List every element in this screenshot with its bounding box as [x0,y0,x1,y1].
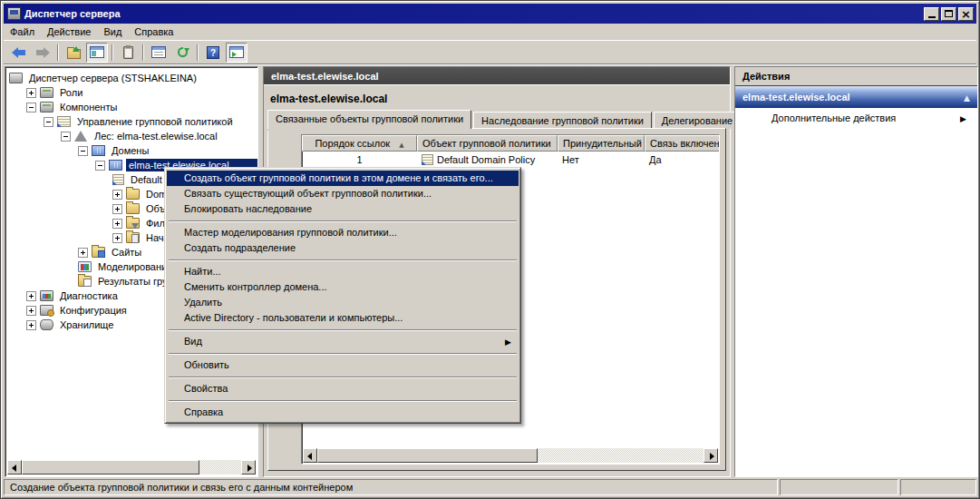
expand-icon[interactable] [112,204,122,214]
scroll-right-button[interactable] [703,448,718,463]
help-button[interactable] [202,43,224,63]
folder-starter-icon [126,232,140,243]
maximize-button[interactable] [941,7,956,21]
table-cell: Default Domain Policy [417,154,558,165]
titlebar[interactable]: Диспетчер сервера [4,4,976,24]
expand-icon[interactable] [26,320,36,330]
features-icon [40,102,53,113]
close-button[interactable] [958,7,974,21]
table-cell-text: Нет [562,154,579,165]
refresh-button[interactable] [171,43,193,63]
tree-item-2[interactable]: Компоненты [5,100,257,114]
table-horizontal-scrollbar[interactable] [303,448,718,463]
collapse-icon[interactable] [964,92,970,103]
collapse-icon[interactable] [95,161,105,171]
expand-icon[interactable] [112,190,122,200]
expand-icon[interactable] [26,291,36,301]
column-header-2[interactable]: Принудительный [558,135,645,152]
context-menu-item-2[interactable]: Блокировать наследование [167,201,519,217]
tree-item-label: Управление групповой политикой [74,115,236,128]
tree-item-4[interactable]: Лес: elma-test.elewise.local [5,129,257,143]
column-header-0[interactable]: Порядок ссылок [302,135,417,152]
context-menu-item-18[interactable]: Справка [167,405,519,420]
expand-icon[interactable] [112,219,122,229]
scroll-thumb[interactable] [317,448,538,463]
context-menu-item-8[interactable]: Сменить контроллер домена... [167,279,519,295]
minimize-icon [928,16,936,18]
tree-item-label: Диспетчер сервера (STSHAKLEINA) [26,72,199,84]
toolbar-separator [112,44,113,61]
menu-separator [167,373,519,381]
tree-item-label: Компоненты [57,101,120,113]
action-more-actions[interactable]: Дополнительные действия [735,108,977,128]
actions-group-header[interactable]: elma-test.elewise.local [735,86,977,108]
menu-separator [167,217,519,225]
scroll-track[interactable] [317,448,703,463]
context-menu-item-0[interactable]: Создать объект групповой политики в этом… [167,171,519,186]
menu-separator [167,256,519,264]
export-list-button[interactable] [148,43,170,63]
menubar-item-3[interactable]: Справка [128,24,180,39]
content-header: elma-test.elewise.local [264,67,730,85]
expand-icon[interactable] [112,233,122,243]
context-menu-item-9[interactable]: Удалить [167,295,519,310]
folder-icon [126,189,140,200]
show-action-pane-button[interactable] [226,43,247,63]
column-header-3[interactable]: Связь включена [645,135,720,152]
toolbar-separator [197,44,199,61]
clipboard-button[interactable] [117,43,139,63]
forward-arrow-button[interactable] [32,43,53,63]
context-menu-item-5[interactable]: Создать подразделение [167,240,519,256]
collapse-icon[interactable] [26,103,36,113]
minimize-button[interactable] [924,7,939,21]
tree-item-label: Домены [109,144,151,157]
back-arrow-button[interactable] [8,43,30,63]
menubar-item-2[interactable]: Вид [97,24,128,39]
actions-panel: Действия elma-test.elewise.local Дополни… [734,66,978,477]
expand-icon[interactable] [78,248,88,258]
context-menu-item-label: Блокировать наследование [184,201,511,217]
scroll-thumb[interactable] [22,460,199,475]
tab-1[interactable]: Наследование групповой политики [473,112,652,129]
scroll-left-button[interactable] [7,460,22,475]
context-menu-item-4[interactable]: Мастер моделирования групповой политики.… [167,225,519,240]
collapse-icon[interactable] [61,132,71,142]
table-row[interactable]: 1Default Domain PolicyНетДа [302,152,719,167]
tree-item-3[interactable]: Управление групповой политикой [5,114,257,129]
context-menu-item-14[interactable]: Обновить [167,357,519,373]
tab-2[interactable]: Делегирование [654,112,741,129]
table-cell-text: 1 [356,154,362,165]
menubar-item-1[interactable]: Действие [41,24,97,39]
tree-item-5[interactable]: Домены [5,143,257,158]
column-header-label: Принудительный [563,138,642,149]
export-list-icon [151,46,166,58]
column-header-1[interactable]: Объект групповой политики [417,135,558,152]
context-menu-item-1[interactable]: Связать существующий объект групповой по… [167,186,519,201]
context-menu-item-16[interactable]: Свойства [167,381,519,396]
menubar-item-0[interactable]: Файл [4,24,41,39]
folder-filter-icon [126,218,140,229]
expand-icon[interactable] [26,88,36,98]
tree-item-0[interactable]: Диспетчер сервера (STSHAKLEINA) [5,71,257,85]
context-menu-item-7[interactable]: Найти... [167,264,519,279]
menu-separator [167,326,519,334]
sort-ascending-icon [390,138,403,149]
collapse-icon[interactable] [44,117,53,127]
scroll-right-button[interactable] [241,460,256,475]
show-console-tree-button[interactable] [86,43,108,63]
folder-up-button[interactable] [63,43,84,63]
domain-icon [109,160,122,171]
table-cell-text: Да [649,154,662,165]
tree-item-1[interactable]: Роли [5,85,257,100]
expand-icon[interactable] [26,306,36,316]
gpmc-icon [57,116,71,127]
menu-bar: ФайлДействиеВидСправка [4,24,976,41]
context-menu-item-12[interactable]: Вид [167,334,519,349]
gpo-icon [112,174,124,185]
scroll-left-button[interactable] [303,448,317,463]
tree-horizontal-scrollbar[interactable] [7,460,256,475]
context-menu-item-10[interactable]: Active Directory - пользователи и компью… [167,310,519,326]
tab-0[interactable]: Связанные объекты групповой политики [267,110,471,129]
scroll-track[interactable] [22,460,241,475]
collapse-icon[interactable] [78,146,88,156]
